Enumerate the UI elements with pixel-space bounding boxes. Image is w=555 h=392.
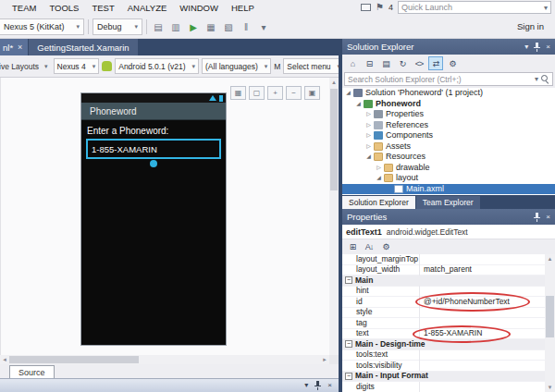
solution-explorer-search[interactable]: ▾ <box>344 72 553 86</box>
tab-team-explorer[interactable]: Team Explorer <box>416 196 480 209</box>
solution-search-input[interactable] <box>348 75 532 84</box>
alphabetical-icon[interactable]: A↓ <box>362 240 376 254</box>
sign-in-button[interactable]: Sign in <box>517 21 544 31</box>
horizontal-scroll-thumb[interactable] <box>9 356 139 363</box>
tree-item-drawable[interactable]: ▷drawable <box>342 163 555 174</box>
view-code-icon[interactable]: <> <box>412 56 426 70</box>
properties-object-row[interactable]: editText1 android.widget.EditText <box>342 225 555 239</box>
open-file-icon[interactable]: ▤ <box>151 19 166 34</box>
grid-toggle-button[interactable]: ▦ <box>230 86 246 100</box>
save-icon[interactable]: ▥ <box>168 19 183 34</box>
designer-horizontal-scrollbar[interactable]: ◂ ▸ <box>0 355 329 364</box>
phoneword-textview[interactable]: Enter a Phoneword: <box>87 126 226 136</box>
pin-icon[interactable] <box>314 381 322 390</box>
menu-team[interactable]: TEAM <box>6 0 43 16</box>
category-row-main-input-format[interactable]: −Main - Input Format <box>342 372 545 383</box>
collapse-box-icon[interactable]: − <box>345 340 352 348</box>
collapsed-tool-window-bar[interactable]: ▾ × <box>0 378 339 392</box>
collapsed-expander-icon[interactable]: ▷ <box>364 109 373 120</box>
device-selector-combo[interactable]: Nexus 5 (KitKat) ▾ <box>0 18 84 35</box>
scroll-right-icon[interactable]: ▸ <box>320 355 329 364</box>
properties-scroll-thumb[interactable] <box>546 296 554 337</box>
collapse-all-icon[interactable]: ⊟ <box>362 56 376 70</box>
menu-tools[interactable]: TOOLS <box>43 0 85 16</box>
menu-window[interactable]: WINDOW <box>173 0 225 16</box>
collapse-box-icon[interactable]: − <box>345 373 352 380</box>
tree-item-phoneword[interactable]: ◢Phoneword <box>342 99 555 110</box>
menu-analyze[interactable]: ANALYZE <box>121 0 174 16</box>
chevron-down-icon[interactable]: ▾ <box>535 76 538 83</box>
collapse-box-icon[interactable]: − <box>345 276 352 284</box>
zoom-in-button[interactable]: + <box>267 86 283 100</box>
tree-item-layout[interactable]: ◢layout <box>342 173 555 184</box>
close-icon[interactable]: × <box>546 43 550 51</box>
menu-test[interactable]: TEST <box>85 0 120 16</box>
collapsed-expander-icon[interactable]: ▷ <box>364 141 373 153</box>
category-row-main-design-time[interactable]: −Main - Design-time <box>342 339 545 350</box>
designer-device-combo[interactable]: Nexus 4 ▾ <box>54 58 100 74</box>
property-value[interactable]: @+id/PhoneNumberText <box>420 297 545 308</box>
pin-icon[interactable] <box>533 43 541 52</box>
search-icon[interactable] <box>541 75 549 83</box>
zoom-fit-button[interactable]: ▢ <box>249 86 265 100</box>
tree-item-properties[interactable]: ▷Properties <box>342 109 555 120</box>
tree-item-solution-phoneword-1-project[interactable]: ◢Solution 'Phoneword' (1 project) <box>342 88 555 99</box>
properties-scrollbar[interactable]: ▴ ▾ <box>545 254 555 392</box>
tab-main-axml-partial[interactable]: nl* × <box>0 39 28 55</box>
vertical-scroll-thumb[interactable] <box>330 89 338 190</box>
sync-icon[interactable]: ⇄ <box>428 56 443 70</box>
property-pages-icon[interactable]: ⚙ <box>378 240 393 254</box>
pin-icon[interactable] <box>533 213 541 222</box>
collapsed-expander-icon[interactable]: ▷ <box>364 130 373 141</box>
android-version-combo[interactable]: Android 5.0.1 (v21) ▾ <box>115 58 199 74</box>
home-icon[interactable]: ⌂ <box>345 56 360 70</box>
property-value[interactable]: match_parent <box>420 264 545 276</box>
chevron-down-icon[interactable]: ▾ <box>304 382 308 389</box>
select-menu-combo[interactable]: Select menu ▾ <box>283 58 339 74</box>
expanded-expander-icon[interactable]: ◢ <box>344 88 352 99</box>
collapsed-expander-icon[interactable]: ▷ <box>375 163 383 174</box>
property-value[interactable]: 1-855-XAMARIN <box>420 328 545 339</box>
designer-vertical-scrollbar[interactable]: ▴ <box>329 78 339 355</box>
refresh-icon[interactable]: ↻ <box>395 56 410 70</box>
scroll-down-icon[interactable]: ▾ <box>545 383 555 392</box>
tree-item-assets[interactable]: ▷Assets <box>342 141 555 153</box>
language-combo[interactable]: (All languages) ▾ <box>202 58 271 74</box>
tab-source[interactable]: Source <box>9 365 55 378</box>
actual-size-button[interactable]: ▣ <box>304 86 320 100</box>
quick-launch-box[interactable]: ▾ <box>398 1 551 14</box>
tree-item-components[interactable]: ▷Components <box>342 130 555 141</box>
category-row-main[interactable]: −Main <box>342 276 545 287</box>
close-icon[interactable]: × <box>327 382 332 389</box>
quick-launch-input[interactable] <box>401 3 544 12</box>
start-debug-icon[interactable]: ▶ <box>186 19 201 34</box>
scroll-up-icon[interactable]: ▴ <box>545 254 555 263</box>
device-list-icon[interactable]: ▦ <box>204 19 218 34</box>
phone-number-edittext[interactable]: 1-855-XAMARIN <box>86 139 221 159</box>
expanded-expander-icon[interactable]: ◢ <box>375 173 383 184</box>
tree-item-resources[interactable]: ◢Resources <box>342 152 555 163</box>
design-surface[interactable]: ▦▢+−▣ Phoneword Enter a Phoneword: 1-855… <box>0 78 329 355</box>
scroll-left-icon[interactable]: ◂ <box>0 355 9 364</box>
collapsed-expander-icon[interactable]: ▷ <box>364 120 373 131</box>
chevron-down-icon[interactable]: ▾ <box>544 4 548 12</box>
feedback-icon[interactable] <box>361 4 371 11</box>
toolbar-options-icon[interactable]: ▾ <box>256 19 271 34</box>
categorized-icon[interactable]: ⊞ <box>345 240 360 254</box>
pause-icon[interactable]: ‖ <box>239 19 253 34</box>
scroll-up-icon[interactable]: ▴ <box>329 78 339 87</box>
tree-item-references[interactable]: ▷References <box>342 120 555 131</box>
tab-solution-explorer[interactable]: Solution Explorer <box>342 196 415 209</box>
show-all-files-icon[interactable]: ▤ <box>378 56 393 70</box>
zoom-out-button[interactable]: − <box>286 86 302 100</box>
expanded-expander-icon[interactable]: ◢ <box>354 99 363 110</box>
menu-help[interactable]: HELP <box>225 0 261 16</box>
text-cursor-handle-icon[interactable] <box>150 160 157 167</box>
phone-preview[interactable]: Phoneword Enter a Phoneword: 1-855-XAMAR… <box>80 92 227 346</box>
notifications-flag-icon[interactable]: ⚑ <box>376 3 384 12</box>
configuration-combo[interactable]: Debug ▾ <box>92 18 142 35</box>
close-icon[interactable]: × <box>546 214 550 221</box>
properties-icon[interactable]: ⚙ <box>445 56 460 70</box>
profiler-icon[interactable]: ▧ <box>221 19 236 34</box>
window-menu-icon[interactable]: ▾ <box>524 43 528 51</box>
